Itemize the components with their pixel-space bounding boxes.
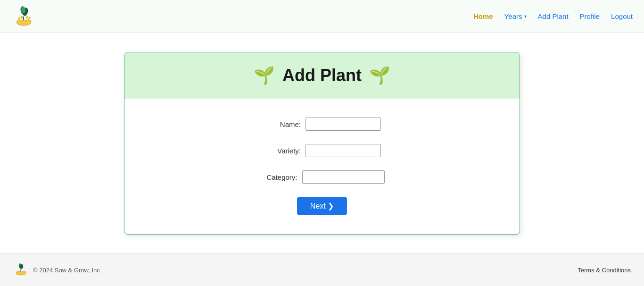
title-suffix-emoji: 🌱	[369, 66, 390, 85]
main-content: 🌱 Add Plant 🌱 Name: Variety: Category: N…	[0, 33, 644, 253]
next-button[interactable]: Next ❯	[297, 197, 347, 215]
add-plant-card: 🌱 Add Plant 🌱 Name: Variety: Category: N…	[124, 52, 520, 235]
category-field-group: Category:	[153, 170, 491, 184]
name-input[interactable]	[305, 118, 381, 131]
category-input[interactable]	[302, 170, 385, 184]
site-header: Home Years ▾ Add Plant Profile Logout	[0, 0, 644, 33]
name-label: Name:	[263, 120, 301, 128]
title-prefix-emoji: 🌱	[254, 66, 275, 85]
nav-years-caret-icon: ▾	[524, 14, 527, 19]
nav-logout-link[interactable]: Logout	[611, 12, 633, 20]
nav-home-link[interactable]: Home	[473, 12, 493, 20]
variety-label: Variety:	[263, 147, 301, 155]
terms-conditions-link[interactable]: Terms & Conditions	[578, 267, 631, 274]
nav-years-dropdown[interactable]: Years ▾	[504, 12, 527, 20]
footer-copyright: © 2024 Sow & Grow, Inc	[33, 267, 100, 274]
variety-field-group: Variety:	[153, 144, 491, 157]
site-footer: © 2024 Sow & Grow, Inc Terms & Condition…	[0, 253, 644, 286]
footer-links: Terms & Conditions	[578, 266, 631, 274]
form-title: 🌱 Add Plant 🌱	[134, 66, 510, 85]
form-card-body: Name: Variety: Category: Next ❯	[124, 99, 520, 234]
site-logo-icon	[11, 4, 36, 29]
nav-years-label: Years	[504, 12, 522, 20]
name-field-group: Name:	[153, 118, 491, 131]
category-label: Category:	[260, 173, 297, 181]
nav-add-plant-link[interactable]: Add Plant	[538, 12, 569, 20]
variety-input[interactable]	[305, 144, 381, 157]
form-card-header: 🌱 Add Plant 🌱	[124, 52, 520, 99]
footer-branding: © 2024 Sow & Grow, Inc	[13, 262, 100, 278]
footer-logo-icon	[13, 262, 28, 278]
title-text: Add Plant	[282, 66, 362, 85]
next-button-label: Next ❯	[310, 202, 334, 210]
nav-profile-link[interactable]: Profile	[580, 12, 600, 20]
main-nav: Home Years ▾ Add Plant Profile Logout	[473, 12, 633, 20]
logo-area	[11, 4, 36, 29]
